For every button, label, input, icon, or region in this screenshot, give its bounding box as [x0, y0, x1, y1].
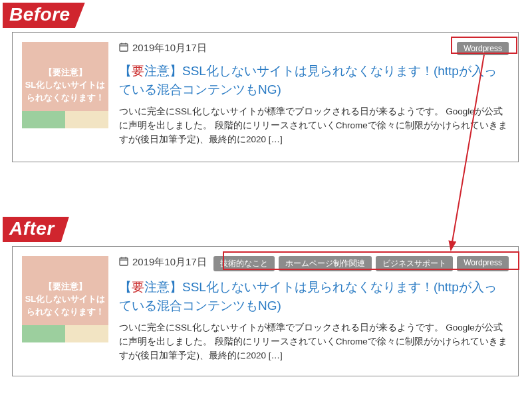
thumb-overlay-line2: SL化しないサイトは — [25, 80, 106, 91]
callout-box-before — [451, 37, 517, 54]
post-date: 2019年10月17日 — [132, 42, 207, 55]
post-title[interactable]: 【要注意】SSL化しないサイトは見られなくなります！(httpが入っている混合コ… — [119, 278, 509, 315]
post-title[interactable]: 【要注意】SSL化しないサイトは見られなくなります！(httpが入っている混合コ… — [119, 62, 509, 98]
after-badge: After — [3, 217, 69, 242]
post-date-group: 2019年10月17日 — [119, 256, 207, 269]
thumb-decor — [22, 325, 108, 342]
thumb-overlay-line3: られなくなります！ — [27, 92, 104, 104]
svg-rect-0 — [120, 44, 128, 51]
title-bracket-open: 【 — [119, 64, 132, 78]
post-card-before[interactable]: 【要注意】 SL化しないサイトは られなくなります！ 2019年10月17日 W… — [12, 32, 519, 162]
post-excerpt: ついに完全にSSL化しないサイトが標準でブロックされる日が来るようです。 Goo… — [119, 105, 509, 147]
post-date-group: 2019年10月17日 — [119, 42, 207, 55]
calendar-icon — [119, 257, 128, 268]
post-excerpt: ついに完全にSSL化しないサイトが標準でブロックされる日が来るようです。 Goo… — [119, 321, 509, 363]
post-body: 2019年10月17日 Wordpress 【要注意】SSL化しないサイトは見ら… — [108, 42, 509, 152]
callout-box-after — [223, 251, 519, 270]
thumb-overlay-line1: 【要注意】 — [44, 66, 87, 78]
before-badge: Before — [3, 3, 85, 28]
thumb-overlay-line1: 【要注意】 — [44, 281, 87, 293]
thumb-overlay-line2: SL化しないサイトは — [25, 294, 106, 305]
title-rest: 注意】SSL化しないサイトは見られなくなります！(httpが入っている混合コンテ… — [119, 280, 497, 313]
title-red-word: 要 — [132, 64, 144, 78]
svg-rect-4 — [120, 258, 128, 265]
thumb-decor — [22, 111, 108, 128]
thumb-overlay-line3: られなくなります！ — [27, 307, 104, 318]
calendar-icon — [119, 43, 128, 54]
post-thumbnail: 【要注意】 SL化しないサイトは られなくなります！ — [22, 42, 108, 128]
post-date: 2019年10月17日 — [132, 256, 207, 269]
title-red-word: 要 — [132, 280, 144, 294]
title-bracket-open: 【 — [119, 280, 132, 294]
post-thumbnail: 【要注意】 SL化しないサイトは られなくなります！ — [22, 256, 108, 342]
post-body: 2019年10月17日 技術的なこと ホームページ制作関連 ビジネスサポート W… — [108, 256, 509, 366]
title-rest: 注意】SSL化しないサイトは見られなくなります！(httpが入っている混合コンテ… — [119, 64, 497, 96]
